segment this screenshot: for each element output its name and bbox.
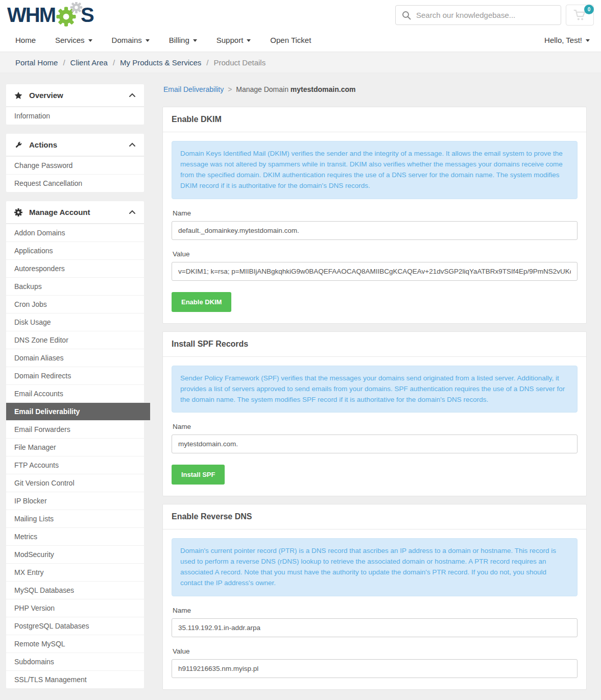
title-separator: >	[228, 85, 232, 93]
sidebar-item-mx-entry[interactable]: MX Entry	[6, 563, 144, 581]
cart-button[interactable]: 0	[566, 5, 594, 26]
sidebar-header-actions[interactable]: Actions	[6, 134, 144, 156]
sidebar-item-mailing-lists[interactable]: Mailing Lists	[6, 510, 144, 527]
breadcrumb-separator: /	[63, 58, 65, 67]
enable-reverse-dns-panel: Enable Reverse DNS Domain's current poin…	[162, 504, 587, 690]
sidebar-panel-actions: Actions Change Password Request Cancella…	[6, 134, 144, 192]
sidebar-item-email-deliverability[interactable]: Email Deliverability	[6, 402, 150, 420]
logo-text-s: S	[81, 5, 93, 25]
sidebar-item-applications[interactable]: Applications	[6, 242, 144, 259]
install-spf-button[interactable]: Install SPF	[172, 465, 225, 485]
ptr-info-alert: Domain's current pointer record (PTR) is…	[172, 538, 578, 596]
chevron-up-icon	[129, 210, 136, 214]
ptr-value-label: Value	[173, 647, 578, 655]
sidebar-item-request-cancellation[interactable]: Request Cancellation	[6, 174, 144, 192]
nav-item-domains[interactable]: Domains	[112, 36, 150, 44]
chevron-up-icon	[129, 142, 136, 147]
dkim-value-label: Value	[173, 250, 578, 258]
search-input[interactable]	[395, 5, 561, 25]
logo-text-whm: WHM	[7, 5, 55, 25]
sidebar-item-autoresponders[interactable]: Autoresponders	[6, 259, 144, 277]
sidebar: Overview Information Actions Change Pass…	[6, 84, 144, 697]
sidebar-item-file-manager[interactable]: File Manager	[6, 438, 144, 456]
sidebar-title: Actions	[29, 140, 57, 149]
sidebar-item-domain-redirects[interactable]: Domain Redirects	[6, 367, 144, 384]
caret-down-icon	[88, 39, 92, 42]
sidebar-item-subdomains[interactable]: Subdomains	[6, 653, 144, 670]
breadcrumb-client-area[interactable]: Client Area	[70, 58, 108, 67]
sidebar-item-backups[interactable]: Backups	[6, 277, 144, 295]
nav-menu: Home Services Domains Billing Support Op…	[15, 36, 311, 44]
caret-down-icon	[586, 39, 590, 42]
sidebar-item-php-version[interactable]: PHP Version	[6, 599, 144, 617]
sidebar-item-email-accounts[interactable]: Email Accounts	[6, 384, 144, 402]
panel-title-install-spf: Install SPF Records	[172, 340, 248, 348]
caret-down-icon	[247, 39, 251, 42]
sidebar-item-cron-jobs[interactable]: Cron Jobs	[6, 295, 144, 313]
sidebar-item-email-forwarders[interactable]: Email Forwarders	[6, 420, 144, 438]
dkim-value-input[interactable]	[172, 262, 578, 281]
cart-count-badge: 0	[584, 5, 594, 14]
ptr-value-input[interactable]	[172, 659, 578, 678]
manage-domain-label: Manage Domain	[236, 85, 289, 93]
wrench-icon	[14, 141, 22, 149]
chevron-up-icon	[129, 93, 136, 98]
nav-item-open-ticket[interactable]: Open Ticket	[270, 36, 311, 44]
nav-item-services[interactable]: Services	[55, 36, 92, 44]
sidebar-header-manage-account[interactable]: Manage Account	[6, 201, 144, 224]
sidebar-item-ftp-accounts[interactable]: FTP Accounts	[6, 456, 144, 474]
sidebar-item-dns-zone-editor[interactable]: DNS Zone Editor	[6, 331, 144, 349]
content-area: Overview Information Actions Change Pass…	[0, 73, 601, 700]
nav-item-support[interactable]: Support	[217, 36, 251, 44]
panel-title-enable-dkim: Enable DKIM	[172, 115, 222, 124]
sidebar-item-ssl-tls-management[interactable]: SSL/TLS Management	[6, 670, 144, 688]
breadcrumb: Portal Home / Client Area / My Products …	[0, 52, 601, 73]
sidebar-item-mysql-databases[interactable]: MySQL Databases	[6, 581, 144, 599]
breadcrumb-current: Product Details	[213, 58, 266, 67]
knowledgebase-search	[395, 5, 561, 25]
breadcrumb-separator: /	[113, 58, 115, 67]
spf-name-label: Name	[173, 423, 578, 430]
breadcrumb-my-products[interactable]: My Products & Services	[120, 58, 201, 67]
page-title: Email Deliverability > Manage Domain myt…	[163, 85, 587, 93]
sidebar-header-overview[interactable]: Overview	[6, 84, 144, 107]
enable-dkim-button[interactable]: Enable DKIM	[172, 292, 231, 312]
domain-name: mytestdomain.com	[291, 85, 356, 93]
breadcrumb-separator: /	[206, 58, 208, 67]
main-navigation: Home Services Domains Billing Support Op…	[0, 29, 601, 52]
nav-item-home[interactable]: Home	[15, 36, 36, 44]
dkim-name-label: Name	[173, 209, 578, 217]
ptr-name-input[interactable]	[172, 618, 578, 637]
sidebar-item-postgresql-databases[interactable]: PostgreSQL Databases	[6, 617, 144, 635]
sidebar-item-git-version-control[interactable]: Git Version Control	[6, 474, 144, 492]
spf-name-input[interactable]	[172, 435, 578, 453]
dkim-info-alert: Domain Keys Identified Mail (DKIM) verif…	[172, 141, 578, 199]
install-spf-panel: Install SPF Records Sender Policy Framew…	[162, 331, 587, 497]
nav-item-billing[interactable]: Billing	[169, 36, 197, 44]
sidebar-item-domain-aliases[interactable]: Domain Aliases	[6, 349, 144, 367]
whmcs-client-area-page: WHM S	[0, 0, 601, 700]
sidebar-item-metrics[interactable]: Metrics	[6, 527, 144, 545]
sidebar-panel-manage-account: Manage Account Addon Domains Application…	[6, 201, 144, 688]
enable-dkim-panel: Enable DKIM Domain Keys Identified Mail …	[162, 107, 587, 324]
email-deliverability-link[interactable]: Email Deliverability	[163, 85, 224, 93]
sidebar-panel-overview: Overview Information	[6, 84, 144, 125]
search-icon	[402, 11, 411, 20]
sidebar-item-ip-blocker[interactable]: IP Blocker	[6, 492, 144, 510]
sidebar-item-change-password[interactable]: Change Password	[6, 156, 144, 174]
breadcrumb-portal-home[interactable]: Portal Home	[15, 58, 58, 67]
dkim-name-input[interactable]	[172, 221, 578, 240]
topbar-right: 0	[395, 5, 594, 26]
panel-title-enable-reverse-dns: Enable Reverse DNS	[172, 512, 252, 521]
sidebar-item-modsecurity[interactable]: ModSecurity	[6, 545, 144, 563]
sidebar-item-remote-mysql[interactable]: Remote MySQL	[6, 635, 144, 653]
top-bar: WHM S	[0, 0, 601, 29]
whmcs-logo[interactable]: WHM S	[7, 2, 93, 28]
account-menu[interactable]: Hello, Test!	[544, 36, 590, 44]
sidebar-title: Manage Account	[29, 208, 90, 216]
ptr-name-label: Name	[173, 607, 578, 614]
sidebar-item-information[interactable]: Information	[6, 107, 144, 125]
sidebar-item-disk-usage[interactable]: Disk Usage	[6, 313, 144, 331]
main-column: Email Deliverability > Manage Domain myt…	[162, 84, 587, 700]
sidebar-item-addon-domains[interactable]: Addon Domains	[6, 224, 144, 242]
